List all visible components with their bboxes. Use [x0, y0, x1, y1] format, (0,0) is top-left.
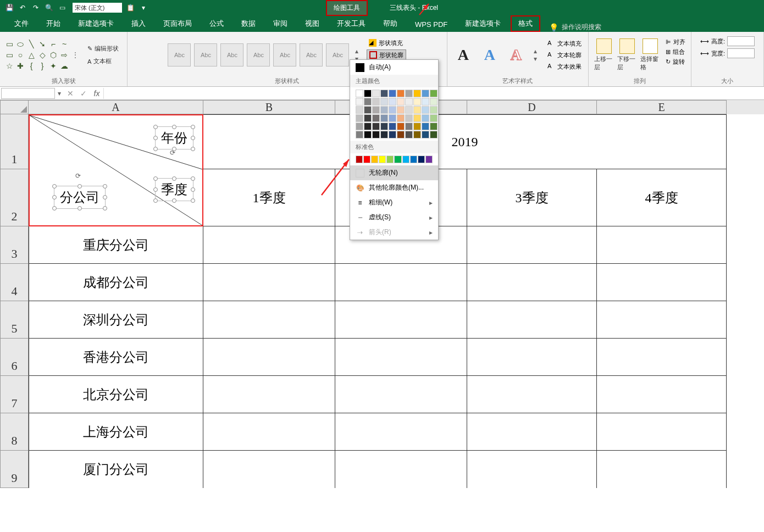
resize-handle[interactable]: [77, 206, 82, 210]
shape-elbow-icon[interactable]: ⌐: [48, 39, 58, 49]
color-swatch[interactable]: [389, 131, 396, 138]
color-swatch[interactable]: [422, 123, 429, 130]
color-swatch[interactable]: [364, 90, 372, 97]
align-button[interactable]: ⊫ 对齐: [665, 37, 687, 47]
shape-cloud-icon[interactable]: ☁: [59, 61, 69, 71]
color-swatch[interactable]: [372, 106, 380, 114]
color-swatch[interactable]: [389, 106, 396, 114]
fx-icon[interactable]: fx: [90, 89, 103, 98]
color-swatch[interactable]: [410, 156, 417, 163]
cell-A6[interactable]: 香港分公司: [29, 339, 203, 376]
col-header-D[interactable]: D: [467, 100, 597, 114]
color-swatch[interactable]: [364, 123, 372, 130]
color-swatch[interactable]: [380, 90, 388, 97]
color-swatch[interactable]: [371, 156, 378, 163]
color-swatch[interactable]: [430, 98, 438, 106]
wordart-gallery[interactable]: A A A ▴▾: [452, 43, 540, 66]
color-swatch[interactable]: [422, 131, 429, 138]
color-swatch[interactable]: [380, 106, 388, 114]
tab-formula[interactable]: 公式: [202, 15, 231, 32]
style-item[interactable]: Abc: [194, 43, 217, 66]
resize-handle[interactable]: [153, 187, 158, 192]
shape-line-icon[interactable]: ╲: [26, 39, 36, 49]
color-swatch[interactable]: [363, 156, 370, 163]
shape-diamond-icon[interactable]: ◇: [37, 50, 47, 60]
shape-arrow-icon[interactable]: ➘: [37, 39, 47, 49]
cell-D4[interactable]: [467, 264, 597, 301]
color-swatch[interactable]: [364, 114, 372, 122]
edit-shape-button[interactable]: ✎ 编辑形状: [84, 43, 123, 54]
cell-E4[interactable]: [597, 264, 727, 301]
color-swatch[interactable]: [422, 106, 429, 114]
cell-B8[interactable]: [203, 413, 335, 451]
shape-rarrow-icon[interactable]: ⇨: [59, 50, 69, 60]
width-input[interactable]: [727, 48, 755, 58]
shape-style-gallery[interactable]: Abc Abc Abc Abc Abc Abc Abc ▴▾: [168, 43, 361, 66]
resize-handle[interactable]: [52, 184, 57, 189]
name-box-dropdown-icon[interactable]: ▾: [55, 90, 64, 97]
tab-dev[interactable]: 开发工具: [329, 15, 373, 32]
cell-D7[interactable]: [467, 376, 597, 413]
tab-data[interactable]: 数据: [234, 15, 263, 32]
style-item[interactable]: Abc: [300, 43, 323, 66]
cell-merged-2019[interactable]: 2019: [203, 114, 727, 169]
undo-icon[interactable]: ↶: [18, 3, 27, 13]
cell-D9[interactable]: [467, 451, 597, 488]
cell-E5[interactable]: [597, 301, 727, 339]
resize-handle[interactable]: [191, 176, 195, 181]
cell-E8[interactable]: [597, 413, 727, 451]
cell-B2[interactable]: 1季度: [203, 169, 335, 226]
color-swatch[interactable]: [430, 90, 438, 97]
color-swatch[interactable]: [405, 98, 413, 106]
height-input[interactable]: [727, 36, 755, 46]
search-hint[interactable]: 💡 操作说明搜索: [549, 23, 601, 32]
paste-icon[interactable]: 📋: [125, 3, 135, 13]
style-item[interactable]: Abc: [247, 43, 270, 66]
cell-A8[interactable]: 上海分公司: [29, 413, 203, 451]
color-swatch[interactable]: [430, 106, 438, 114]
shapes-gallery[interactable]: ▭ ⬭ ╲ ➘ ⌐ ~ ▭ ○ △ ◇ ⬡ ⇨ ☆ ✚ { } ✦ ☁: [4, 39, 69, 71]
tab-new[interactable]: 新建选项卡: [70, 15, 121, 32]
color-swatch[interactable]: [364, 98, 372, 106]
color-swatch[interactable]: [397, 123, 405, 130]
color-swatch[interactable]: [413, 90, 421, 97]
dd-weight[interactable]: ≡ 粗细(W) ▸: [350, 195, 438, 210]
resize-handle[interactable]: [191, 198, 195, 203]
redo-icon[interactable]: ↷: [31, 3, 41, 13]
cell-B6[interactable]: [203, 339, 335, 376]
style-item[interactable]: Abc: [168, 43, 191, 66]
resize-handle[interactable]: [103, 206, 107, 210]
resize-handle[interactable]: [153, 136, 158, 140]
cell-C9[interactable]: [335, 451, 467, 488]
text-outline-button[interactable]: A 文本轮廓: [545, 50, 584, 60]
shapes-more-icon[interactable]: ⋮: [71, 51, 79, 59]
row-header-2[interactable]: 2: [0, 169, 29, 226]
resize-handle[interactable]: [103, 184, 107, 189]
resize-handle[interactable]: [103, 195, 107, 199]
textbox-quarter[interactable]: 季度: [155, 178, 193, 201]
color-swatch[interactable]: [389, 90, 396, 97]
text-box-button[interactable]: A 文本框: [84, 56, 123, 67]
qat-more-icon[interactable]: ▾: [139, 3, 148, 13]
color-swatch[interactable]: [356, 156, 363, 163]
color-swatch[interactable]: [380, 114, 388, 122]
selection-pane-button[interactable]: 选择窗格: [639, 37, 661, 73]
cell-A9[interactable]: 厦门分公司: [29, 451, 203, 488]
cell-C7[interactable]: [335, 376, 467, 413]
text-fill-button[interactable]: A 文本填充: [545, 38, 584, 49]
cell-C8[interactable]: [335, 413, 467, 451]
tab-home[interactable]: 开始: [38, 15, 68, 32]
text-effect-button[interactable]: A 文本效果: [545, 62, 584, 72]
color-swatch[interactable]: [405, 114, 413, 122]
color-swatch[interactable]: [356, 114, 363, 122]
shape-plus-icon[interactable]: ✚: [15, 61, 25, 71]
resize-handle[interactable]: [191, 147, 195, 151]
color-swatch[interactable]: [356, 98, 363, 106]
color-swatch[interactable]: [380, 123, 388, 130]
group-button[interactable]: ⊞ 组合: [665, 47, 687, 57]
color-swatch[interactable]: [413, 106, 421, 114]
cell-D5[interactable]: [467, 301, 597, 339]
cell-A4[interactable]: 成都分公司: [29, 264, 203, 301]
color-swatch[interactable]: [356, 106, 363, 114]
col-header-B[interactable]: B: [203, 100, 335, 114]
